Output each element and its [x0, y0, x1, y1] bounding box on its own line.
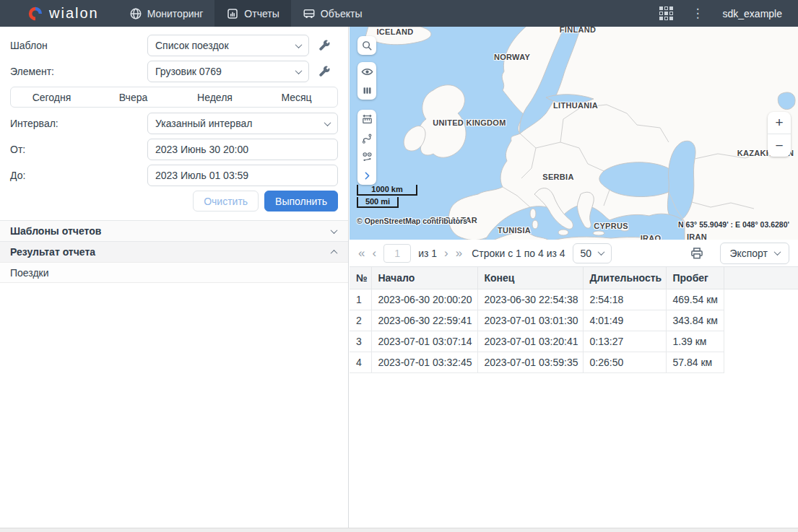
col-start[interactable]: Начало — [371, 267, 477, 289]
map-label-norway: NORWAY — [494, 53, 530, 61]
chevron-down-icon — [295, 67, 303, 74]
table-row[interactable]: 1 2023-06-30 20:00:20 2023-06-30 22:54:3… — [350, 289, 798, 310]
page-size-value: 50 — [581, 248, 592, 259]
quick-month-button[interactable]: Месяц — [256, 87, 337, 107]
next-page-button[interactable]: › — [444, 247, 448, 259]
bottom-strip — [0, 528, 798, 532]
apps-grid-icon[interactable] — [659, 6, 673, 20]
map-label-serbia: SERBIA — [542, 173, 573, 181]
ruler-icon — [361, 113, 373, 126]
nav-units-label: Объекты — [321, 8, 363, 19]
cell-end-link[interactable]: 2023-07-01 03:59:35 — [477, 352, 583, 372]
from-row: От: 2023 Июнь 30 20:00 — [10, 139, 338, 160]
wialon-logo[interactable]: wialon — [0, 0, 118, 27]
from-label: От: — [10, 144, 147, 155]
section-report-templates-label: Шаблоны отчетов — [10, 225, 101, 237]
table-row[interactable]: 4 2023-07-01 03:32:45 2023-07-01 03:59:3… — [350, 352, 798, 372]
zoom-in-button[interactable]: + — [768, 112, 791, 134]
track-points-icon — [361, 151, 373, 163]
template-settings-wrench-icon[interactable] — [318, 39, 331, 52]
unit-settings-wrench-icon[interactable] — [318, 65, 331, 78]
execute-button[interactable]: Выполнить — [264, 191, 338, 212]
map-measure-button[interactable] — [357, 110, 376, 128]
first-page-button[interactable]: « — [358, 247, 365, 259]
cell-filler — [724, 331, 798, 352]
chevron-down-icon — [324, 119, 331, 126]
map-label-iran: IRAN — [687, 232, 707, 240]
export-button[interactable]: Экспорт — [720, 243, 789, 264]
page-number-input[interactable] — [383, 244, 411, 263]
col-mileage[interactable]: Пробег — [666, 267, 724, 289]
from-date-input[interactable]: 2023 Июнь 30 20:00 — [147, 139, 338, 160]
cell-duration: 2:54:18 — [583, 289, 666, 310]
nav-monitoring-label: Мониторинг — [147, 8, 204, 19]
quick-today-button[interactable]: Сегодня — [11, 87, 92, 107]
section-item-trips[interactable]: Поездки — [0, 262, 348, 283]
template-value: Список поездок — [155, 40, 229, 51]
section-report-result[interactable]: Результат отчета — [0, 241, 348, 262]
nav-units[interactable]: Объекты — [291, 0, 374, 27]
map-label-iceland: ICELAND — [377, 27, 414, 36]
prev-page-button[interactable]: ‹ — [372, 247, 376, 259]
cell-end-link[interactable]: 2023-07-01 03:01:30 — [477, 310, 583, 331]
cell-start-link[interactable]: 2023-07-01 03:32:45 — [371, 352, 477, 372]
map-route-button[interactable] — [357, 128, 376, 147]
user-name[interactable]: sdk_example — [723, 8, 783, 19]
map-visibility-button[interactable] — [357, 62, 376, 81]
report-icon — [226, 7, 239, 20]
cell-start-link[interactable]: 2023-07-01 03:07:14 — [371, 331, 477, 352]
cell-end-link[interactable]: 2023-07-01 03:20:41 — [477, 331, 583, 352]
quick-yesterday-button[interactable]: Вчера — [92, 87, 174, 107]
cell-duration: 0:13:27 — [583, 331, 666, 352]
map-search-button[interactable] — [357, 36, 376, 55]
cell-start-link[interactable]: 2023-06-30 22:59:41 — [371, 310, 477, 331]
unit-row: Элемент: Грузовик 0769 — [10, 61, 338, 82]
to-date-input[interactable]: 2023 Июль 01 03:59 — [147, 165, 338, 186]
map-label-lithuania: LITHUANIA — [553, 101, 598, 110]
template-select[interactable]: Список поездок — [147, 35, 309, 56]
cell-duration: 4:01:49 — [583, 310, 666, 331]
cell-mileage: 469.54 км — [666, 289, 724, 310]
col-number[interactable]: № — [350, 267, 371, 289]
map-tools-expand-button[interactable] — [357, 166, 376, 185]
chevron-down-icon — [598, 248, 605, 256]
route-icon — [361, 132, 373, 144]
last-page-button[interactable]: » — [456, 247, 460, 259]
scale-mi: 500 mi — [357, 197, 399, 208]
pagination-bar: « ‹ из 1 › » Строки с 1 по 4 из 4 50 Экс… — [350, 240, 798, 267]
cursor-coordinates: N 63° 55.9049' : E 048° 03.6280' — [678, 220, 789, 229]
cell-duration: 0:26:50 — [583, 352, 666, 372]
section-report-templates[interactable]: Шаблоны отчетов — [0, 220, 348, 241]
template-label: Шаблон — [10, 40, 147, 51]
interval-value: Указанный интервал — [155, 118, 252, 129]
cell-end-link[interactable]: 2023-06-30 22:54:38 — [477, 289, 583, 310]
cell-mileage: 57.84 км — [666, 352, 724, 372]
unit-select[interactable]: Грузовик 0769 — [147, 61, 309, 82]
search-icon — [361, 40, 373, 52]
map-track-points-button[interactable] — [357, 147, 376, 166]
quick-week-button[interactable]: Неделя — [174, 87, 256, 107]
nav-monitoring[interactable]: Мониторинг — [118, 0, 215, 27]
interval-row: Интервал: Указанный интервал — [10, 113, 338, 134]
nav-reports[interactable]: Отчеты — [214, 0, 290, 27]
clear-button[interactable]: Очистить — [193, 191, 259, 212]
unit-value: Грузовик 0769 — [155, 66, 222, 77]
cell-filler — [724, 310, 798, 331]
map-layers-button[interactable] — [357, 81, 376, 100]
page-size-select[interactable]: 50 — [573, 243, 612, 263]
col-filler — [724, 267, 798, 289]
brand-name: wialon — [49, 5, 99, 22]
col-duration[interactable]: Длительность — [583, 267, 666, 289]
interval-select[interactable]: Указанный интервал — [147, 113, 338, 134]
map-canvas[interactable]: ICELAND FINLAND NORWAY LITHUANIA UNITED … — [350, 27, 798, 240]
cell-filler — [724, 289, 798, 310]
kebab-menu-icon[interactable]: ⋮ — [692, 7, 704, 19]
export-label: Экспорт — [729, 248, 768, 259]
printer-icon[interactable] — [690, 246, 704, 261]
col-end[interactable]: Конец — [477, 267, 583, 289]
table-row[interactable]: 2 2023-06-30 22:59:41 2023-07-01 03:01:3… — [350, 310, 798, 331]
cell-start-link[interactable]: 2023-06-30 20:00:20 — [371, 289, 477, 310]
zoom-out-button[interactable]: − — [768, 134, 791, 157]
table-row[interactable]: 3 2023-07-01 03:07:14 2023-07-01 03:20:4… — [350, 331, 798, 352]
section-report-result-label: Результат отчета — [10, 246, 95, 258]
